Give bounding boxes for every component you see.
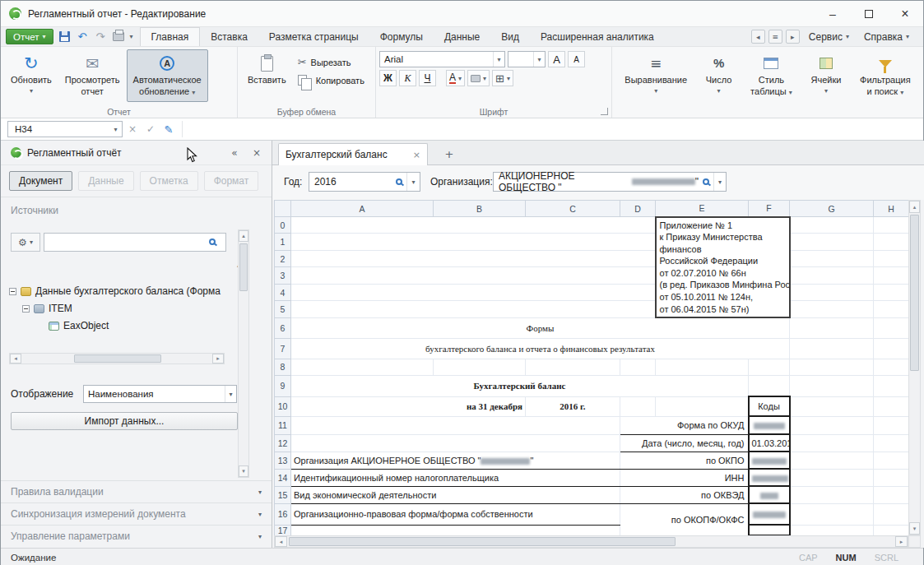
cell[interactable] bbox=[790, 317, 874, 338]
cell[interactable] bbox=[291, 267, 656, 284]
ribbon-layout-button[interactable]: ≡ bbox=[768, 30, 782, 44]
cell[interactable] bbox=[790, 503, 874, 525]
confirm-entry-button[interactable]: ✓ bbox=[142, 121, 159, 137]
panel-tab-data[interactable]: Данные bbox=[78, 171, 133, 191]
organization-combo[interactable]: АКЦИОНЕРНОЕ ОБЩЕСТВО " " ▾ bbox=[493, 172, 727, 192]
appendix-note-cell[interactable]: Приложение № 1 к Приказу Министерства фи… bbox=[656, 217, 790, 318]
scroll-up-icon[interactable]: ▴ bbox=[239, 230, 248, 242]
row-header[interactable]: 4 bbox=[275, 284, 291, 300]
panel-tab-mark[interactable]: Отметка bbox=[140, 171, 198, 191]
underline-button[interactable]: Ч bbox=[419, 70, 436, 86]
cell[interactable] bbox=[790, 217, 874, 234]
report-year-cell[interactable]: 2016 г. bbox=[526, 396, 620, 416]
tree-item-eaxobject[interactable]: EaxObject bbox=[49, 320, 109, 331]
date-label-cell[interactable]: Дата (число, месяц, год) bbox=[620, 434, 749, 452]
okpo-code-cell[interactable] bbox=[749, 452, 790, 469]
formula-input[interactable] bbox=[182, 121, 917, 137]
cell[interactable] bbox=[291, 434, 620, 452]
cell[interactable] bbox=[874, 250, 909, 266]
cancel-entry-button[interactable]: × bbox=[124, 121, 141, 137]
font-size-combo[interactable]: ▾ bbox=[508, 51, 546, 67]
cell[interactable] bbox=[291, 217, 656, 234]
search-icon[interactable] bbox=[703, 178, 709, 185]
inn-field-cell[interactable]: Идентификационный номер налогоплательщик… bbox=[291, 469, 620, 486]
number-button[interactable]: % Число ▾ bbox=[699, 49, 739, 100]
cell[interactable] bbox=[874, 434, 909, 452]
cell[interactable] bbox=[790, 301, 874, 317]
tab-vid[interactable]: Вид bbox=[490, 27, 530, 46]
cell[interactable] bbox=[656, 396, 749, 416]
cell[interactable] bbox=[874, 525, 909, 535]
scroll-right-button[interactable]: ▸ bbox=[786, 30, 800, 44]
table-style-button[interactable]: Стиль таблицы ▾ bbox=[744, 49, 799, 102]
scroll-left-icon[interactable]: ◂ bbox=[275, 536, 287, 547]
row-header[interactable]: 5 bbox=[275, 301, 291, 317]
column-header[interactable]: E bbox=[656, 201, 749, 217]
cell[interactable] bbox=[790, 375, 874, 396]
help-menu[interactable]: Справка ▾ bbox=[858, 31, 915, 43]
row-header[interactable]: 3 bbox=[275, 267, 291, 284]
undo-button[interactable]: ↶ bbox=[76, 30, 90, 44]
scroll-down-icon[interactable]: ▾ bbox=[909, 522, 920, 535]
year-combo[interactable]: 2016 ▾ bbox=[309, 172, 420, 192]
cell[interactable] bbox=[874, 416, 909, 434]
okpo-label-cell[interactable]: по ОКПО bbox=[620, 452, 749, 469]
cell[interactable] bbox=[434, 359, 526, 375]
cell[interactable] bbox=[790, 234, 874, 250]
row-header[interactable]: 7 bbox=[275, 338, 291, 359]
tab-formuly[interactable]: Формулы bbox=[369, 27, 434, 46]
filter-search-button[interactable]: Фильтрация и поиск ▾ bbox=[853, 49, 917, 102]
date-value-cell[interactable]: 01.03.2018 bbox=[749, 434, 790, 452]
okved-label-cell[interactable]: по ОКВЭД bbox=[620, 486, 749, 503]
cut-button[interactable]: ✂ Вырезать bbox=[293, 54, 369, 70]
form-subtitle-cell[interactable]: бухгалтерского баланса и отчета о финанс… bbox=[291, 338, 790, 359]
report-menu-button[interactable]: Отчет ▾ bbox=[6, 29, 53, 44]
cell[interactable] bbox=[291, 359, 434, 375]
panel-close-button[interactable]: × bbox=[248, 147, 265, 159]
okved-code-cell[interactable] bbox=[749, 486, 790, 503]
preview-report-button[interactable]: ✉ Просмотреть отчет bbox=[58, 49, 127, 100]
okud-code-cell[interactable] bbox=[749, 416, 790, 434]
cell[interactable] bbox=[790, 250, 874, 266]
scroll-thumb[interactable] bbox=[289, 537, 676, 546]
section-sync-dimensions[interactable]: Синхронизация измерений документа ▾ bbox=[1, 502, 272, 525]
cell[interactable] bbox=[874, 301, 909, 317]
inn-label-cell[interactable]: ИНН bbox=[620, 469, 749, 486]
row-header[interactable]: 10 bbox=[275, 396, 291, 416]
scroll-right-icon[interactable]: ▸ bbox=[895, 536, 908, 547]
cell[interactable] bbox=[790, 434, 874, 452]
scroll-right-icon[interactable]: ▸ bbox=[212, 354, 224, 364]
import-data-button[interactable]: Импорт данных... bbox=[11, 412, 238, 430]
cell[interactable] bbox=[749, 359, 790, 375]
report-title-cell[interactable]: Бухгалтерский баланс bbox=[291, 375, 749, 396]
cell[interactable] bbox=[874, 217, 909, 234]
cell[interactable] bbox=[874, 469, 909, 486]
cell[interactable] bbox=[656, 359, 749, 375]
bold-button[interactable]: Ж bbox=[379, 70, 397, 86]
organization-field-cell[interactable]: Организация АКЦИОНЕРНОЕ ОБЩЕСТВО "" bbox=[291, 452, 620, 469]
tab-vstavka[interactable]: Вставка bbox=[200, 27, 258, 46]
cell[interactable] bbox=[291, 250, 656, 266]
column-header[interactable]: D bbox=[620, 201, 656, 217]
service-menu[interactable]: Сервис ▾ bbox=[803, 31, 855, 43]
italic-button[interactable]: К bbox=[399, 70, 416, 86]
scroll-thumb[interactable] bbox=[74, 354, 161, 363]
cells-button[interactable]: Ячейки ▾ bbox=[805, 49, 848, 100]
auto-update-button[interactable]: A Автоматическое обновление ▾ bbox=[127, 49, 208, 102]
sources-section-header[interactable]: Источники ▴ bbox=[1, 197, 272, 226]
minimize-button[interactable]: – bbox=[815, 1, 851, 26]
cell[interactable] bbox=[790, 469, 874, 486]
cell[interactable] bbox=[874, 267, 909, 284]
document-tab-balance[interactable]: Бухгалтерский баланс × bbox=[278, 143, 428, 165]
form-title-cell[interactable]: Формы bbox=[291, 317, 790, 338]
cell[interactable] bbox=[874, 375, 909, 396]
tree-item-item[interactable]: ITEM bbox=[22, 303, 72, 314]
cell[interactable] bbox=[874, 317, 909, 338]
row-header[interactable]: 12 bbox=[275, 434, 291, 452]
cell[interactable] bbox=[291, 301, 656, 317]
copy-button[interactable]: Копировать bbox=[293, 73, 369, 87]
cell[interactable] bbox=[874, 396, 909, 416]
tab-analitika[interactable]: Расширенная аналитика bbox=[530, 27, 665, 46]
maximize-button[interactable] bbox=[851, 1, 887, 26]
sheet-vertical-scrollbar[interactable]: ▴ ▾ bbox=[908, 200, 921, 535]
